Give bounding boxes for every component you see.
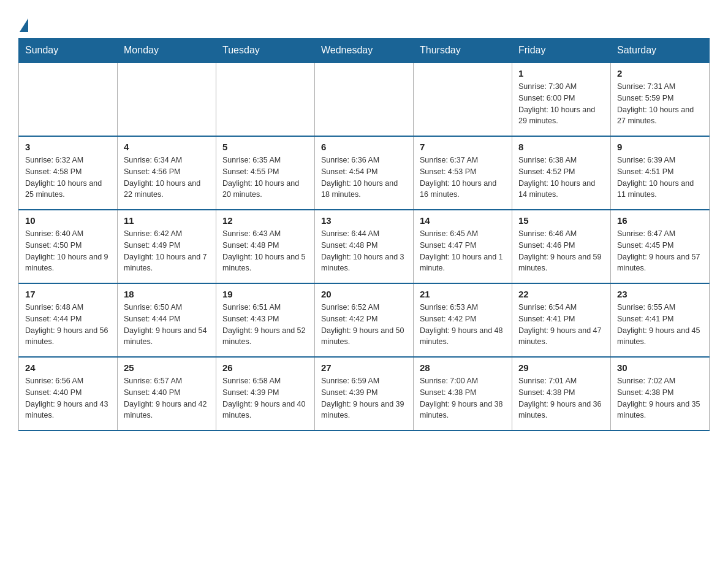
day-number: 1	[518, 68, 604, 79]
calendar-cell: 2Sunrise: 7:31 AM Sunset: 5:59 PM Daylig…	[611, 63, 710, 136]
page-header	[18, 12, 710, 32]
day-number: 11	[124, 215, 210, 226]
calendar-cell	[216, 63, 315, 136]
day-info: Sunrise: 6:39 AM Sunset: 4:51 PM Dayligh…	[617, 155, 703, 201]
calendar-cell: 18Sunrise: 6:50 AM Sunset: 4:44 PM Dayli…	[118, 283, 216, 357]
day-info: Sunrise: 6:52 AM Sunset: 4:42 PM Dayligh…	[321, 302, 407, 348]
day-info: Sunrise: 6:48 AM Sunset: 4:44 PM Dayligh…	[25, 302, 111, 348]
week-row-5: 24Sunrise: 6:56 AM Sunset: 4:40 PM Dayli…	[19, 357, 710, 431]
calendar-table: SundayMondayTuesdayWednesdayThursdayFrid…	[18, 38, 710, 431]
day-number: 19	[222, 289, 308, 299]
calendar-cell: 5Sunrise: 6:35 AM Sunset: 4:55 PM Daylig…	[216, 136, 315, 210]
day-number: 30	[617, 362, 703, 373]
calendar-cell	[118, 63, 216, 136]
day-number: 6	[321, 142, 407, 152]
week-row-4: 17Sunrise: 6:48 AM Sunset: 4:44 PM Dayli…	[19, 283, 710, 357]
day-info: Sunrise: 6:57 AM Sunset: 4:40 PM Dayligh…	[124, 375, 210, 421]
day-info: Sunrise: 6:58 AM Sunset: 4:39 PM Dayligh…	[222, 375, 308, 421]
day-number: 7	[420, 142, 506, 152]
day-info: Sunrise: 7:00 AM Sunset: 4:38 PM Dayligh…	[420, 375, 506, 421]
day-info: Sunrise: 6:40 AM Sunset: 4:50 PM Dayligh…	[25, 228, 111, 274]
day-info: Sunrise: 6:45 AM Sunset: 4:47 PM Dayligh…	[420, 228, 506, 274]
weekday-header-thursday: Thursday	[414, 39, 512, 63]
calendar-cell: 12Sunrise: 6:43 AM Sunset: 4:48 PM Dayli…	[216, 210, 315, 283]
day-info: Sunrise: 6:42 AM Sunset: 4:49 PM Dayligh…	[124, 228, 210, 274]
logo	[18, 12, 28, 32]
logo-triangle-icon	[20, 18, 28, 32]
calendar-cell: 1Sunrise: 7:30 AM Sunset: 6:00 PM Daylig…	[512, 63, 611, 136]
week-row-2: 3Sunrise: 6:32 AM Sunset: 4:58 PM Daylig…	[19, 136, 710, 210]
day-info: Sunrise: 6:59 AM Sunset: 4:39 PM Dayligh…	[321, 375, 407, 421]
day-info: Sunrise: 6:47 AM Sunset: 4:45 PM Dayligh…	[617, 228, 703, 274]
day-info: Sunrise: 6:35 AM Sunset: 4:55 PM Dayligh…	[222, 155, 308, 201]
calendar-cell: 3Sunrise: 6:32 AM Sunset: 4:58 PM Daylig…	[19, 136, 118, 210]
calendar-cell: 9Sunrise: 6:39 AM Sunset: 4:51 PM Daylig…	[611, 136, 710, 210]
calendar-cell: 25Sunrise: 6:57 AM Sunset: 4:40 PM Dayli…	[118, 357, 216, 431]
day-info: Sunrise: 6:53 AM Sunset: 4:42 PM Dayligh…	[420, 302, 506, 348]
day-info: Sunrise: 6:50 AM Sunset: 4:44 PM Dayligh…	[124, 302, 210, 348]
calendar-cell: 26Sunrise: 6:58 AM Sunset: 4:39 PM Dayli…	[216, 357, 315, 431]
day-number: 28	[420, 362, 506, 373]
day-number: 5	[222, 142, 308, 152]
day-number: 3	[25, 142, 111, 152]
calendar-cell: 29Sunrise: 7:01 AM Sunset: 4:38 PM Dayli…	[512, 357, 611, 431]
calendar-cell: 23Sunrise: 6:55 AM Sunset: 4:41 PM Dayli…	[611, 283, 710, 357]
day-number: 21	[420, 289, 506, 299]
week-row-3: 10Sunrise: 6:40 AM Sunset: 4:50 PM Dayli…	[19, 210, 710, 283]
day-number: 29	[518, 362, 604, 373]
calendar-cell: 10Sunrise: 6:40 AM Sunset: 4:50 PM Dayli…	[19, 210, 118, 283]
day-number: 27	[321, 362, 407, 373]
calendar-cell: 7Sunrise: 6:37 AM Sunset: 4:53 PM Daylig…	[414, 136, 512, 210]
week-row-1: 1Sunrise: 7:30 AM Sunset: 6:00 PM Daylig…	[19, 63, 710, 136]
day-number: 15	[518, 215, 604, 226]
weekday-header-saturday: Saturday	[611, 39, 710, 63]
calendar-cell: 21Sunrise: 6:53 AM Sunset: 4:42 PM Dayli…	[414, 283, 512, 357]
day-info: Sunrise: 6:44 AM Sunset: 4:48 PM Dayligh…	[321, 228, 407, 274]
calendar-cell	[414, 63, 512, 136]
day-number: 17	[25, 289, 111, 299]
calendar-cell: 4Sunrise: 6:34 AM Sunset: 4:56 PM Daylig…	[118, 136, 216, 210]
day-number: 18	[124, 289, 210, 299]
calendar-cell: 16Sunrise: 6:47 AM Sunset: 4:45 PM Dayli…	[611, 210, 710, 283]
calendar-cell: 20Sunrise: 6:52 AM Sunset: 4:42 PM Dayli…	[315, 283, 414, 357]
day-number: 8	[518, 142, 604, 152]
calendar-cell: 22Sunrise: 6:54 AM Sunset: 4:41 PM Dayli…	[512, 283, 611, 357]
calendar-cell: 19Sunrise: 6:51 AM Sunset: 4:43 PM Dayli…	[216, 283, 315, 357]
calendar-cell: 15Sunrise: 6:46 AM Sunset: 4:46 PM Dayli…	[512, 210, 611, 283]
day-info: Sunrise: 6:46 AM Sunset: 4:46 PM Dayligh…	[518, 228, 604, 274]
calendar-cell: 11Sunrise: 6:42 AM Sunset: 4:49 PM Dayli…	[118, 210, 216, 283]
day-info: Sunrise: 7:02 AM Sunset: 4:38 PM Dayligh…	[617, 375, 703, 421]
day-info: Sunrise: 6:36 AM Sunset: 4:54 PM Dayligh…	[321, 155, 407, 201]
day-number: 16	[617, 215, 703, 226]
calendar-cell: 28Sunrise: 7:00 AM Sunset: 4:38 PM Dayli…	[414, 357, 512, 431]
weekday-header-wednesday: Wednesday	[315, 39, 414, 63]
day-number: 25	[124, 362, 210, 373]
calendar-cell: 30Sunrise: 7:02 AM Sunset: 4:38 PM Dayli…	[611, 357, 710, 431]
day-number: 9	[617, 142, 703, 152]
day-number: 2	[617, 68, 703, 79]
day-number: 20	[321, 289, 407, 299]
weekday-header-sunday: Sunday	[19, 39, 118, 63]
day-info: Sunrise: 6:37 AM Sunset: 4:53 PM Dayligh…	[420, 155, 506, 201]
day-info: Sunrise: 6:34 AM Sunset: 4:56 PM Dayligh…	[124, 155, 210, 201]
day-info: Sunrise: 7:30 AM Sunset: 6:00 PM Dayligh…	[518, 81, 604, 127]
weekday-header-tuesday: Tuesday	[216, 39, 315, 63]
calendar-cell: 14Sunrise: 6:45 AM Sunset: 4:47 PM Dayli…	[414, 210, 512, 283]
calendar-cell: 17Sunrise: 6:48 AM Sunset: 4:44 PM Dayli…	[19, 283, 118, 357]
day-info: Sunrise: 6:56 AM Sunset: 4:40 PM Dayligh…	[25, 375, 111, 421]
day-number: 13	[321, 215, 407, 226]
day-info: Sunrise: 6:54 AM Sunset: 4:41 PM Dayligh…	[518, 302, 604, 348]
day-number: 4	[124, 142, 210, 152]
day-number: 14	[420, 215, 506, 226]
calendar-cell: 13Sunrise: 6:44 AM Sunset: 4:48 PM Dayli…	[315, 210, 414, 283]
calendar-cell: 8Sunrise: 6:38 AM Sunset: 4:52 PM Daylig…	[512, 136, 611, 210]
day-number: 22	[518, 289, 604, 299]
calendar-cell	[19, 63, 118, 136]
day-number: 26	[222, 362, 308, 373]
day-number: 12	[222, 215, 308, 226]
calendar-cell: 24Sunrise: 6:56 AM Sunset: 4:40 PM Dayli…	[19, 357, 118, 431]
day-info: Sunrise: 6:43 AM Sunset: 4:48 PM Dayligh…	[222, 228, 308, 274]
day-info: Sunrise: 6:55 AM Sunset: 4:41 PM Dayligh…	[617, 302, 703, 348]
day-info: Sunrise: 6:32 AM Sunset: 4:58 PM Dayligh…	[25, 155, 111, 201]
day-info: Sunrise: 7:31 AM Sunset: 5:59 PM Dayligh…	[617, 81, 703, 127]
